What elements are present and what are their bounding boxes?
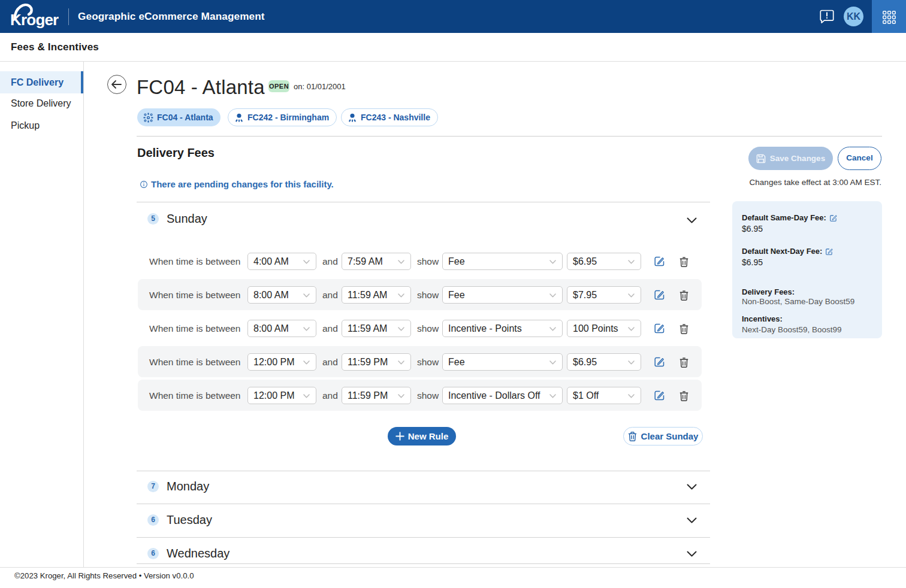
svg-text:Kroger: Kroger: [10, 11, 59, 29]
